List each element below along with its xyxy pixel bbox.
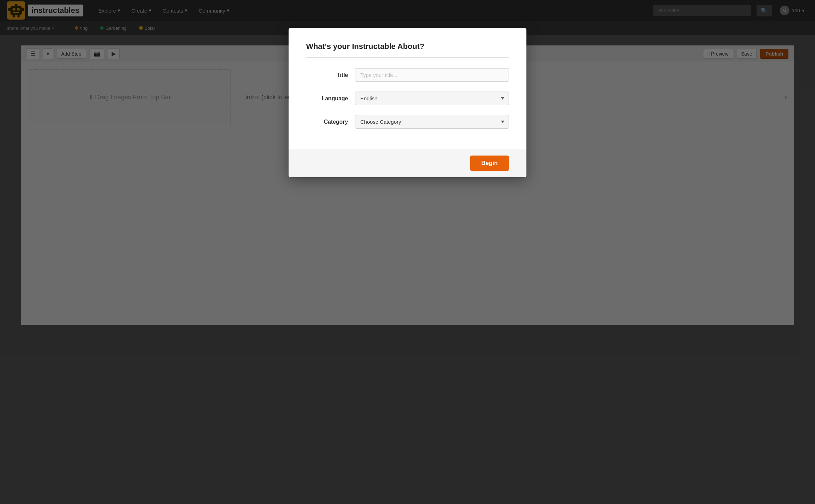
title-input[interactable] xyxy=(355,68,509,82)
modal-overlay: What's your Instructable About? Title La… xyxy=(0,0,815,504)
language-label: Language xyxy=(306,95,348,102)
title-label: Title xyxy=(306,72,348,78)
language-select[interactable]: English Spanish French German Portuguese… xyxy=(355,92,509,105)
title-row: Title xyxy=(306,68,509,82)
modal-title: What's your Instructable About? xyxy=(306,42,509,58)
category-row: Category Choose Category Technology Craf… xyxy=(306,115,509,129)
modal-footer: Begin xyxy=(289,149,526,177)
modal-body: What's your Instructable About? Title La… xyxy=(289,28,526,149)
language-row: Language English Spanish French German P… xyxy=(306,92,509,105)
category-select[interactable]: Choose Category Technology Craft Food Li… xyxy=(355,115,509,129)
begin-button[interactable]: Begin xyxy=(470,156,509,171)
category-label: Category xyxy=(306,119,348,125)
modal-dialog: What's your Instructable About? Title La… xyxy=(289,28,526,177)
